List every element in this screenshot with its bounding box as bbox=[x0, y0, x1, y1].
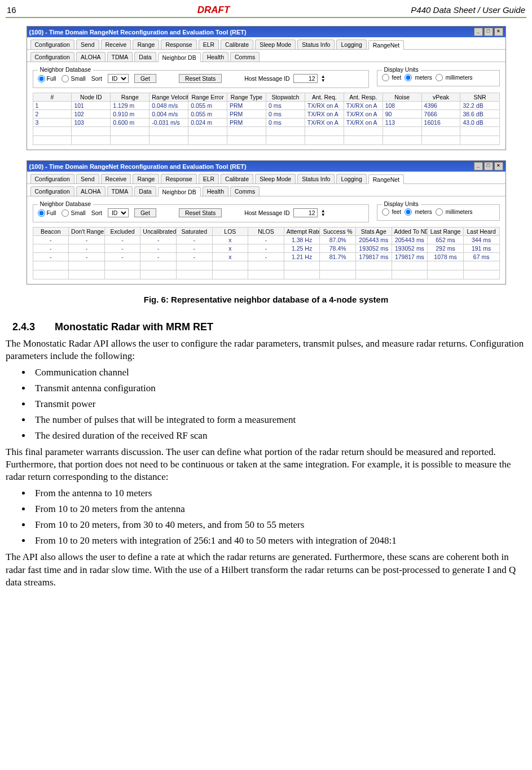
tab-comms[interactable]: Comms bbox=[230, 52, 260, 62]
table-row[interactable]: 21020.910 m0.004 m/s0.055 mPRM0 msTX/RX … bbox=[33, 110, 499, 119]
host-message-id-input-2[interactable] bbox=[293, 208, 318, 217]
tab-comms[interactable]: Comms bbox=[230, 186, 260, 196]
tab-configuration[interactable]: Configuration bbox=[30, 52, 74, 62]
tab-elr[interactable]: ELR bbox=[199, 174, 219, 183]
tab-calibrate[interactable]: Calibrate bbox=[221, 174, 253, 183]
column-header[interactable]: NLOS bbox=[248, 228, 284, 236]
get-button-2[interactable]: Get bbox=[134, 208, 156, 217]
maximize-icon[interactable]: □ bbox=[484, 162, 493, 170]
main-tabs-1: ConfigurationSendReceiveRangeResponseELR… bbox=[27, 37, 505, 50]
table-row bbox=[33, 127, 499, 136]
column-header[interactable]: Don't Range bbox=[69, 228, 105, 236]
tab-calibrate[interactable]: Calibrate bbox=[221, 40, 253, 49]
tab-aloha[interactable]: ALOHA bbox=[76, 52, 105, 62]
column-header[interactable]: LOS bbox=[212, 228, 248, 236]
column-header[interactable]: Last Range bbox=[428, 228, 464, 236]
tab-receive[interactable]: Receive bbox=[101, 40, 131, 49]
tab-logging[interactable]: Logging bbox=[336, 174, 366, 183]
column-header[interactable]: SNR bbox=[460, 93, 499, 102]
reset-stats-button[interactable]: Reset Stats bbox=[179, 74, 222, 83]
radio-millimeters-2[interactable]: millimeters bbox=[436, 208, 473, 216]
column-header[interactable]: Ant. Resp. bbox=[344, 93, 382, 102]
get-button[interactable]: Get bbox=[134, 74, 156, 83]
tab-response[interactable]: Response bbox=[161, 40, 196, 49]
spinner-icon[interactable]: ▲▼ bbox=[321, 75, 326, 82]
tab-rangenet[interactable]: RangeNet bbox=[368, 40, 404, 50]
radio-feet-2[interactable]: feet bbox=[382, 208, 402, 216]
column-header[interactable]: Noise bbox=[382, 93, 421, 102]
reset-stats-button-2[interactable]: Reset Stats bbox=[179, 208, 222, 217]
tab-response[interactable]: Response bbox=[161, 174, 196, 183]
column-header[interactable]: vPeak bbox=[421, 93, 460, 102]
tab-status-info[interactable]: Status Info bbox=[297, 40, 335, 49]
minimize-icon[interactable]: _ bbox=[474, 28, 483, 36]
tab-sleep-mode[interactable]: Sleep Mode bbox=[255, 40, 296, 49]
column-header[interactable]: Uncalibrated bbox=[140, 228, 177, 236]
tab-configuration[interactable]: Configuration bbox=[30, 174, 74, 183]
tab-rangenet[interactable]: RangeNet bbox=[368, 174, 404, 184]
close-icon[interactable]: × bbox=[494, 28, 503, 36]
titlebar-1: (100) - Time Domain RangeNet Reconfigura… bbox=[27, 27, 505, 37]
radio-feet[interactable]: feet bbox=[382, 74, 402, 81]
table-row[interactable]: 11011.129 m0.048 m/s0.055 mPRM0 msTX/RX … bbox=[33, 102, 499, 110]
column-header[interactable]: Node ID bbox=[72, 93, 111, 102]
column-header[interactable]: Range Velocity bbox=[150, 93, 188, 102]
column-header[interactable]: Attempt Rate bbox=[284, 228, 320, 236]
list-item: From 10 to 20 meters from the antenna bbox=[32, 504, 526, 515]
tab-logging[interactable]: Logging bbox=[336, 40, 366, 49]
tab-configuration[interactable]: Configuration bbox=[30, 40, 74, 49]
column-header[interactable]: Range Type bbox=[227, 93, 266, 102]
tab-neighbor-db[interactable]: Neighbor DB bbox=[158, 53, 201, 62]
tab-neighbor-db[interactable]: Neighbor DB bbox=[158, 187, 201, 196]
tab-range[interactable]: Range bbox=[133, 40, 159, 49]
tab-data[interactable]: Data bbox=[134, 186, 156, 196]
tab-tdma[interactable]: TDMA bbox=[107, 186, 133, 196]
maximize-icon[interactable]: □ bbox=[484, 28, 493, 36]
column-header[interactable]: Stopwatch bbox=[266, 93, 305, 102]
radio-small-2[interactable]: Small bbox=[61, 209, 85, 217]
tab-health[interactable]: Health bbox=[203, 52, 228, 62]
tab-aloha[interactable]: ALOHA bbox=[76, 186, 105, 196]
radio-full[interactable]: Full bbox=[38, 75, 56, 82]
tab-configuration[interactable]: Configuration bbox=[30, 186, 74, 196]
column-header[interactable]: Ant. Req. bbox=[305, 93, 344, 102]
column-header[interactable]: Range Error bbox=[188, 93, 227, 102]
host-message-id-input[interactable] bbox=[293, 74, 318, 83]
column-header[interactable]: Range bbox=[111, 93, 150, 102]
list-item: From the antenna to 10 meters bbox=[32, 488, 526, 499]
column-header[interactable]: Added To NDB bbox=[392, 228, 428, 236]
radio-full-2[interactable]: Full bbox=[38, 209, 56, 217]
column-header[interactable]: # bbox=[33, 93, 72, 102]
column-header[interactable]: Beacon bbox=[33, 228, 69, 236]
sub-tabs-1: ConfigurationALOHATDMADataNeighbor DBHea… bbox=[27, 50, 505, 62]
sort-select[interactable]: ID bbox=[108, 74, 129, 83]
tab-elr[interactable]: ELR bbox=[199, 40, 219, 49]
radio-meters-2[interactable]: meters bbox=[405, 208, 432, 216]
tab-sleep-mode[interactable]: Sleep Mode bbox=[255, 174, 296, 183]
tab-receive[interactable]: Receive bbox=[101, 174, 131, 183]
bullet-list-1: Communication channelTransmit antenna co… bbox=[21, 367, 526, 441]
spinner-icon[interactable]: ▲▼ bbox=[321, 209, 326, 217]
tab-health[interactable]: Health bbox=[203, 186, 228, 196]
table-row[interactable]: -----x-1.21 Hz81.7%179817 ms179817 ms107… bbox=[33, 253, 499, 261]
close-icon[interactable]: × bbox=[494, 162, 503, 170]
radio-small[interactable]: Small bbox=[61, 75, 85, 82]
tab-tdma[interactable]: TDMA bbox=[107, 52, 133, 62]
radio-meters[interactable]: meters bbox=[405, 74, 432, 81]
table-row[interactable]: 31030.600 m-0.031 m/s0.024 mPRM0 msTX/RX… bbox=[33, 119, 499, 127]
sort-select-2[interactable]: ID bbox=[108, 208, 129, 217]
column-header[interactable]: Stats Age bbox=[355, 228, 392, 236]
column-header[interactable]: Excluded bbox=[104, 228, 140, 236]
column-header[interactable]: Saturated bbox=[176, 228, 212, 236]
radio-millimeters[interactable]: millimeters bbox=[436, 74, 473, 81]
tab-data[interactable]: Data bbox=[134, 52, 156, 62]
column-header[interactable]: Success % bbox=[320, 228, 356, 236]
tab-send[interactable]: Send bbox=[76, 40, 99, 49]
tab-send[interactable]: Send bbox=[76, 174, 99, 183]
minimize-icon[interactable]: _ bbox=[474, 162, 483, 170]
tab-status-info[interactable]: Status Info bbox=[297, 174, 335, 183]
table-row[interactable]: -----x-1.38 Hz87.0%205443 ms205443 ms652… bbox=[33, 236, 499, 244]
column-header[interactable]: Last Heard bbox=[463, 228, 499, 236]
tab-range[interactable]: Range bbox=[133, 174, 159, 183]
table-row[interactable]: -----x-1.25 Hz78.4%193052 ms193052 ms292… bbox=[33, 244, 499, 253]
